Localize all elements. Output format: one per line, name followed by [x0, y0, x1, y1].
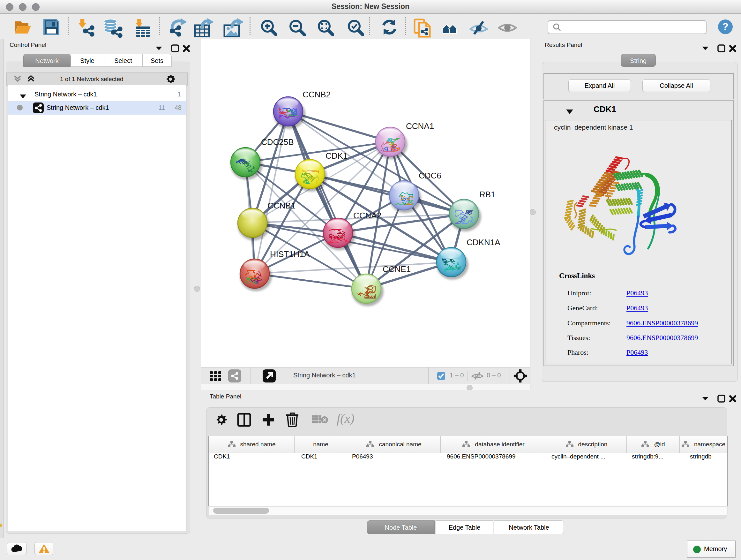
svg-text:CCNA1: CCNA1: [406, 121, 434, 131]
svg-text:CDK1: CDK1: [326, 151, 347, 161]
svg-text:CCNE1: CCNE1: [383, 264, 411, 274]
svg-text:CDC6: CDC6: [419, 171, 441, 180]
svg-text:CCNA2: CCNA2: [353, 211, 381, 220]
svg-text:CDC25B: CDC25B: [261, 137, 294, 147]
svg-text:?: ?: [722, 21, 729, 32]
svg-text:CCNB1: CCNB1: [267, 201, 295, 210]
svg-text:HIST1H1A: HIST1H1A: [270, 249, 310, 259]
svg-text:CDKN1A: CDKN1A: [467, 238, 500, 247]
svg-text:RB1: RB1: [479, 190, 495, 199]
svg-text:CCNB2: CCNB2: [302, 90, 331, 99]
